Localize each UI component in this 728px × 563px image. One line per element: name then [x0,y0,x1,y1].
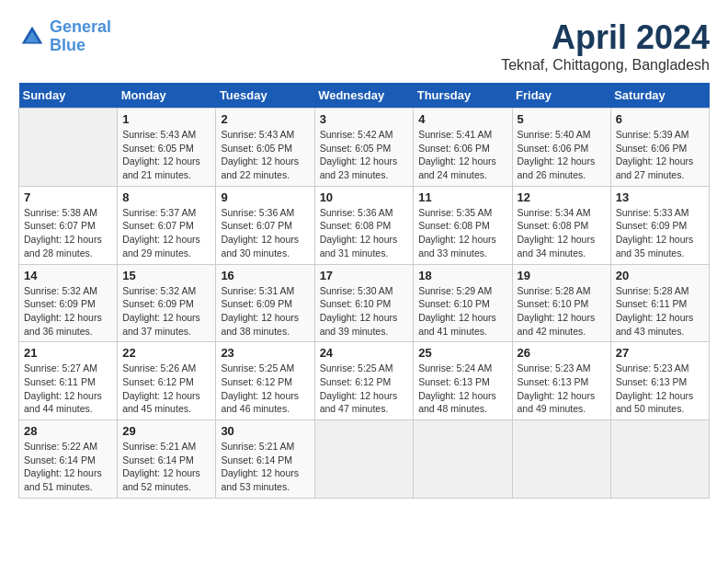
calendar-cell: 16Sunrise: 5:31 AMSunset: 6:09 PMDayligh… [216,264,314,342]
calendar-cell [414,420,512,499]
day-info: Sunrise: 5:40 AMSunset: 6:06 PMDaylight:… [518,128,606,182]
calendar-cell: 20Sunrise: 5:28 AMSunset: 6:11 PMDayligh… [610,264,709,342]
day-info: Sunrise: 5:32 AMSunset: 6:09 PMDaylight:… [24,284,112,339]
day-info: Sunrise: 5:32 AMSunset: 6:09 PMDaylight:… [122,284,210,339]
weekday-header-friday: Friday [512,83,610,109]
calendar-cell: 15Sunrise: 5:32 AMSunset: 6:09 PMDayligh… [118,264,216,342]
day-info: Sunrise: 5:41 AMSunset: 6:06 PMDaylight:… [418,128,506,182]
calendar-cell: 18Sunrise: 5:29 AMSunset: 6:10 PMDayligh… [414,264,512,342]
day-number: 2 [221,112,309,126]
weekday-header-sunday: Sunday [19,83,118,109]
month-title: April 2024 [501,18,710,57]
logo-text: General Blue [50,18,111,55]
weekday-header-saturday: Saturday [610,83,709,109]
day-info: Sunrise: 5:27 AMSunset: 6:11 PMDaylight:… [24,362,112,416]
day-number: 9 [221,190,309,204]
day-number: 30 [221,424,309,438]
day-number: 3 [320,112,409,126]
weekday-header-tuesday: Tuesday [216,83,314,109]
calendar-cell [19,109,118,187]
day-info: Sunrise: 5:37 AMSunset: 6:07 PMDaylight:… [122,206,210,260]
day-number: 29 [122,424,210,438]
day-number: 25 [418,346,506,360]
calendar-cell: 7Sunrise: 5:38 AMSunset: 6:07 PMDaylight… [19,186,118,264]
weekday-header-row: SundayMondayTuesdayWednesdayThursdayFrid… [19,83,710,109]
calendar-cell: 12Sunrise: 5:34 AMSunset: 6:08 PMDayligh… [512,186,610,264]
day-info: Sunrise: 5:25 AMSunset: 6:12 PMDaylight:… [221,362,309,416]
day-number: 18 [418,269,506,282]
day-number: 6 [616,112,704,126]
day-info: Sunrise: 5:22 AMSunset: 6:14 PMDaylight:… [24,440,112,494]
day-info: Sunrise: 5:34 AMSunset: 6:08 PMDaylight:… [518,206,606,260]
day-number: 13 [616,190,704,204]
day-info: Sunrise: 5:31 AMSunset: 6:09 PMDaylight:… [221,284,309,339]
week-row-2: 7Sunrise: 5:38 AMSunset: 6:07 PMDaylight… [19,186,710,264]
calendar-cell: 23Sunrise: 5:25 AMSunset: 6:12 PMDayligh… [216,342,314,420]
day-info: Sunrise: 5:43 AMSunset: 6:05 PMDaylight:… [221,128,309,182]
day-info: Sunrise: 5:23 AMSunset: 6:13 PMDaylight:… [616,362,704,416]
calendar-cell: 1Sunrise: 5:43 AMSunset: 6:05 PMDaylight… [118,109,216,187]
week-row-5: 28Sunrise: 5:22 AMSunset: 6:14 PMDayligh… [19,420,710,499]
calendar-cell: 30Sunrise: 5:21 AMSunset: 6:14 PMDayligh… [216,420,314,499]
week-row-4: 21Sunrise: 5:27 AMSunset: 6:11 PMDayligh… [19,342,710,420]
calendar-cell: 6Sunrise: 5:39 AMSunset: 6:06 PMDaylight… [610,109,709,187]
day-number: 5 [518,112,606,126]
day-number: 21 [24,346,112,360]
day-info: Sunrise: 5:38 AMSunset: 6:07 PMDaylight:… [24,206,112,260]
day-number: 10 [320,190,409,204]
day-info: Sunrise: 5:42 AMSunset: 6:05 PMDaylight:… [320,128,409,182]
day-info: Sunrise: 5:33 AMSunset: 6:09 PMDaylight:… [616,206,704,260]
day-info: Sunrise: 5:36 AMSunset: 6:08 PMDaylight:… [320,206,409,260]
calendar-cell: 13Sunrise: 5:33 AMSunset: 6:09 PMDayligh… [610,186,709,264]
day-number: 1 [122,112,210,126]
calendar-cell: 21Sunrise: 5:27 AMSunset: 6:11 PMDayligh… [19,342,118,420]
day-number: 12 [518,190,606,204]
calendar-cell: 19Sunrise: 5:28 AMSunset: 6:10 PMDayligh… [512,264,610,342]
day-info: Sunrise: 5:24 AMSunset: 6:13 PMDaylight:… [418,362,506,416]
day-number: 8 [122,190,210,204]
day-number: 19 [518,269,606,282]
calendar-cell: 24Sunrise: 5:25 AMSunset: 6:12 PMDayligh… [314,342,414,420]
day-number: 28 [24,424,112,438]
day-number: 17 [320,269,409,282]
day-info: Sunrise: 5:23 AMSunset: 6:13 PMDaylight:… [518,362,606,416]
calendar-cell: 10Sunrise: 5:36 AMSunset: 6:08 PMDayligh… [314,186,414,264]
day-number: 16 [221,269,309,282]
calendar-cell: 28Sunrise: 5:22 AMSunset: 6:14 PMDayligh… [19,420,118,499]
calendar-cell: 29Sunrise: 5:21 AMSunset: 6:14 PMDayligh… [118,420,216,499]
day-info: Sunrise: 5:21 AMSunset: 6:14 PMDaylight:… [221,440,309,494]
day-info: Sunrise: 5:21 AMSunset: 6:14 PMDaylight:… [122,440,210,494]
calendar-cell: 5Sunrise: 5:40 AMSunset: 6:06 PMDaylight… [512,109,610,187]
day-number: 11 [418,190,506,204]
day-info: Sunrise: 5:25 AMSunset: 6:12 PMDaylight:… [320,362,409,416]
calendar-cell: 8Sunrise: 5:37 AMSunset: 6:07 PMDaylight… [118,186,216,264]
title-section: April 2024 Teknaf, Chittagong, Banglades… [501,18,710,74]
calendar-cell: 11Sunrise: 5:35 AMSunset: 6:08 PMDayligh… [414,186,512,264]
day-info: Sunrise: 5:43 AMSunset: 6:05 PMDaylight:… [122,128,210,182]
day-info: Sunrise: 5:36 AMSunset: 6:07 PMDaylight:… [221,206,309,260]
week-row-3: 14Sunrise: 5:32 AMSunset: 6:09 PMDayligh… [19,264,710,342]
calendar-cell: 14Sunrise: 5:32 AMSunset: 6:09 PMDayligh… [19,264,118,342]
page-header: General Blue April 2024 Teknaf, Chittago… [18,18,710,74]
calendar-cell: 2Sunrise: 5:43 AMSunset: 6:05 PMDaylight… [216,109,314,187]
day-number: 27 [616,346,704,360]
day-info: Sunrise: 5:39 AMSunset: 6:06 PMDaylight:… [616,128,704,182]
day-number: 7 [24,190,112,204]
location: Teknaf, Chittagong, Bangladesh [501,57,710,74]
day-number: 23 [221,346,309,360]
calendar-cell [610,420,709,499]
day-info: Sunrise: 5:35 AMSunset: 6:08 PMDaylight:… [418,206,506,260]
day-info: Sunrise: 5:29 AMSunset: 6:10 PMDaylight:… [418,284,506,339]
day-number: 15 [122,269,210,282]
calendar-cell: 27Sunrise: 5:23 AMSunset: 6:13 PMDayligh… [610,342,709,420]
calendar-cell [512,420,610,499]
calendar-cell: 9Sunrise: 5:36 AMSunset: 6:07 PMDaylight… [216,186,314,264]
calendar-cell: 22Sunrise: 5:26 AMSunset: 6:12 PMDayligh… [118,342,216,420]
calendar-cell: 4Sunrise: 5:41 AMSunset: 6:06 PMDaylight… [414,109,512,187]
weekday-header-thursday: Thursday [414,83,512,109]
calendar-cell: 26Sunrise: 5:23 AMSunset: 6:13 PMDayligh… [512,342,610,420]
day-number: 4 [418,112,506,126]
day-number: 22 [122,346,210,360]
calendar-cell [314,420,414,499]
day-info: Sunrise: 5:28 AMSunset: 6:11 PMDaylight:… [616,284,704,339]
